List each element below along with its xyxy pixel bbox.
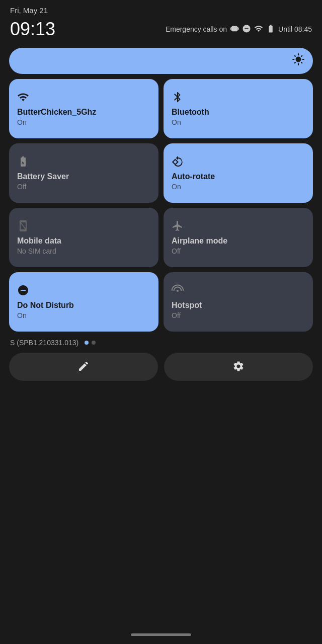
- brightness-slider[interactable]: [9, 48, 313, 74]
- hotspot-icon: [172, 284, 305, 296]
- battery-status-icon: [266, 24, 275, 35]
- mobile-data-tile[interactable]: Mobile data No SIM card: [9, 208, 158, 267]
- quick-tiles-grid: ButterChicken_5Ghz On Bluetooth On Batte…: [0, 79, 322, 332]
- time-display: 09:13: [10, 19, 55, 40]
- auto-rotate-tile-label: Auto-rotate: [172, 172, 305, 181]
- auto-rotate-tile-sublabel: On: [172, 183, 305, 191]
- hotspot-tile[interactable]: Hotspot Off: [164, 272, 313, 332]
- action-buttons-row: [0, 350, 322, 389]
- mobile-data-tile-sublabel: No SIM card: [17, 247, 150, 255]
- wifi-icon: [17, 91, 150, 103]
- wifi-tile-sublabel: On: [17, 118, 150, 126]
- page-dot-2: [92, 341, 96, 345]
- bottom-info-bar: S (SPB1.210331.013): [0, 332, 322, 350]
- airplane-mode-tile-label: Airplane mode: [172, 236, 305, 246]
- until-text: Until 08:45: [278, 25, 312, 33]
- dnd-status-icon: [242, 24, 251, 35]
- bluetooth-icon: [172, 91, 305, 103]
- emergency-calls-text: Emergency calls on: [166, 25, 227, 33]
- airplane-icon: [172, 220, 305, 232]
- auto-rotate-icon: [172, 155, 305, 168]
- home-bar: [131, 633, 191, 636]
- bluetooth-tile[interactable]: Bluetooth On: [164, 79, 313, 138]
- hotspot-tile-sublabel: Off: [172, 311, 305, 319]
- status-icons-group: Emergency calls on Until 08:45: [166, 24, 312, 35]
- battery-saver-tile-sublabel: Off: [17, 183, 150, 191]
- dnd-icon: [17, 284, 150, 296]
- svg-line-0: [20, 221, 27, 230]
- battery-saver-tile-label: Battery Saver: [17, 172, 150, 181]
- airplane-mode-tile[interactable]: Airplane mode Off: [164, 208, 313, 267]
- edit-icon: [77, 360, 90, 374]
- vibrate-icon: [230, 24, 239, 35]
- settings-icon: [232, 360, 245, 374]
- date-display: Fri, May 21: [10, 6, 312, 15]
- wifi-tile-label: ButterChicken_5Ghz: [17, 107, 150, 117]
- dnd-tile-sublabel: On: [17, 311, 150, 319]
- mobile-data-tile-label: Mobile data: [17, 236, 150, 246]
- edit-button[interactable]: [9, 353, 158, 381]
- wifi-status-icon: [254, 24, 263, 35]
- page-indicator: [85, 341, 96, 345]
- bluetooth-tile-label: Bluetooth: [172, 107, 305, 117]
- brightness-icon: [292, 53, 305, 69]
- battery-saver-tile[interactable]: Battery Saver Off: [9, 143, 158, 203]
- dnd-tile-label: Do Not Disturb: [17, 300, 150, 310]
- dnd-tile[interactable]: Do Not Disturb On: [9, 272, 158, 332]
- bluetooth-tile-sublabel: On: [172, 118, 305, 126]
- mobile-data-icon: [17, 220, 150, 232]
- page-dot-1: [85, 341, 89, 345]
- status-bar: Fri, May 21 09:13 Emergency calls on Unt…: [0, 0, 322, 42]
- battery-saver-icon: [17, 155, 150, 168]
- wifi-tile[interactable]: ButterChicken_5Ghz On: [9, 79, 158, 138]
- build-number: S (SPB1.210331.013): [10, 339, 78, 347]
- auto-rotate-tile[interactable]: Auto-rotate On: [164, 143, 313, 203]
- hotspot-tile-label: Hotspot: [172, 300, 305, 310]
- airplane-mode-tile-sublabel: Off: [172, 247, 305, 255]
- settings-button[interactable]: [164, 353, 313, 381]
